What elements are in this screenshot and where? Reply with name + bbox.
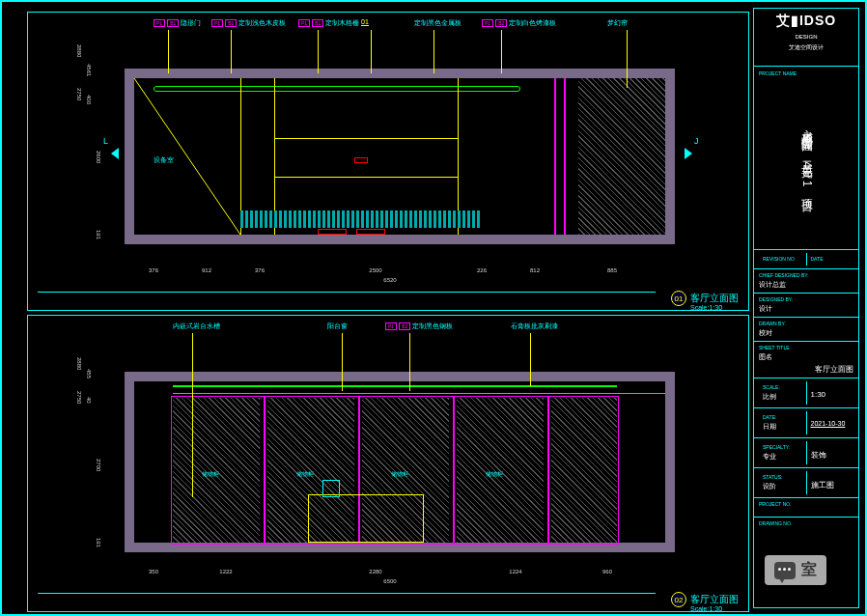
door-diag (134, 78, 240, 235)
callout-2-line (38, 593, 656, 594)
wall2-top (125, 372, 675, 381)
counter (308, 494, 424, 543)
header-line (173, 385, 617, 387)
faucet (322, 480, 340, 497)
panel-edge2 (564, 78, 566, 235)
ld1 (168, 30, 169, 73)
mullion1 (264, 396, 266, 545)
projno-row: PROJECT NO. (754, 498, 858, 518)
e2-lbl3: P1B2定制黑色钢板 (385, 322, 453, 331)
wall-right (665, 69, 675, 242)
outlet1 (318, 229, 347, 235)
yh2 (274, 177, 458, 178)
callout-1-line (38, 292, 656, 293)
elevation-2: 储物柜 储物柜 储物柜 储物柜 内嵌式岩台水槽 阳台窗 P1B2定制黑色钢板 石… (27, 315, 749, 612)
callout-2-scale: Scale:1:30 (690, 605, 722, 612)
titleblock: 艾▮IDSO DESIGN 艾迪空间设计 PROJECT NAME 永威梅隆园9… (753, 8, 859, 608)
callout-1-scale: Scale:1:30 (690, 304, 722, 311)
e2-ld4 (530, 333, 531, 386)
dims-left: 2880 4561 2750 400 2600 191 (76, 42, 115, 264)
e2-lbl1: 内嵌式岩台水槽 (173, 322, 220, 331)
cab3: 储物柜 (391, 470, 408, 479)
elevation-1: 设备室 P1B1隐形门 P1B1定制浅色木皮板 P1B1定制木格栅 01 定制黑… (27, 12, 749, 311)
drawing-main: 设备室 P1B1隐形门 P1B1定制浅色木皮板 P1B1定制木格栅 01 定制黑… (8, 8, 751, 608)
e2-ld1 (192, 333, 193, 497)
cab1: 储物柜 (202, 470, 219, 479)
wall2-right (665, 372, 675, 550)
date-row: DATE:日期 2021-10-30 (754, 408, 858, 438)
wall-top (125, 69, 675, 78)
mark-L: L (103, 136, 108, 146)
logo-text: 艾▮IDSO (758, 13, 854, 30)
company: 艾迪空间设计 (758, 43, 854, 52)
chat-icon (774, 562, 796, 579)
panel-edge (554, 78, 556, 235)
cab2: 储物柜 (296, 470, 314, 479)
wall2-left (125, 372, 134, 550)
curtain-hatch (578, 78, 665, 235)
wall-bottom (125, 235, 675, 244)
header-line2 (173, 393, 665, 394)
lbl4: 定制黑色金属板 (414, 18, 461, 28)
callout-1-title: 客厅立面图 (690, 292, 739, 305)
mullion3 (453, 396, 455, 545)
callout-1: 01 客厅立面图 Scale:1:30 (671, 291, 739, 306)
scale-row: SCALE:比例 1:30 (754, 378, 858, 408)
cad-canvas: 设备室 P1B1隐形门 P1B1定制浅色木皮板 P1B1定制木格栅 01 定制黑… (0, 0, 867, 616)
drawn-row: DRAWN BY: 校对 (754, 318, 858, 342)
watermark-text: 室 (801, 560, 817, 580)
cab4: 储物柜 (486, 470, 503, 479)
wechat-watermark: 室 (765, 555, 826, 585)
revision-row: REVISION NO DATE (754, 250, 858, 269)
ld4 (434, 30, 434, 73)
wall-left (125, 69, 134, 242)
ld6 (627, 30, 628, 88)
dims2-left: 2880 455 2750 40 2700 191 (76, 354, 115, 567)
mullion4 (547, 396, 549, 545)
room-label: 设备室 (154, 155, 174, 165)
ld2 (231, 30, 232, 73)
outlet2 (356, 229, 385, 235)
callout-2-title: 客厅立面图 (690, 593, 739, 606)
e2-ld2 (342, 333, 343, 391)
e2-lbl4: 石膏板批灰刷漆 (511, 322, 558, 331)
lbl2: P1B1定制浅色木皮板 (211, 18, 286, 28)
elev2-drawing: 储物柜 储物柜 储物柜 储物柜 (125, 354, 675, 567)
callout-2-num: 02 (671, 592, 686, 607)
callout-1-num: 01 (671, 291, 686, 306)
callout-2: 02 客厅立面图 Scale:1:30 (671, 592, 739, 607)
ld5 (501, 30, 502, 73)
mark-J: J (694, 136, 699, 146)
svg-line-0 (134, 78, 240, 235)
designed-row: DESIGNED BY: 设计 (754, 294, 858, 318)
e2-lbl2: 阳台窗 (327, 322, 348, 331)
lbl5: P1B2定制白色烤漆板 (482, 18, 556, 28)
ld3 (318, 30, 319, 73)
specialty-row: SPECIALTY:专业 装饰 (754, 438, 858, 468)
curtain-rail (154, 86, 520, 92)
tb-logo-section: 艾▮IDSO DESIGN 艾迪空间设计 (754, 9, 858, 67)
baseboard-grille (240, 210, 482, 228)
dims-bottom: 376 912 376 2500 226 812 885 6520 (125, 267, 675, 287)
e2-ld3 (409, 333, 410, 391)
pn-label: PROJECT NAME (759, 70, 797, 76)
chief-row: CHIEF DESIGNED BY: 设计总监 (754, 269, 858, 294)
design-label: DESIGN (758, 34, 854, 40)
outlet3 (354, 157, 368, 163)
lbl3: P1B1定制木格栅 (298, 18, 359, 28)
yh1 (274, 138, 458, 139)
elev1-drawing: 设备室 (125, 42, 675, 264)
lbl1: P1B1隐形门 (154, 18, 201, 28)
project-name: 永威梅隆园9#二单元401项目 (798, 120, 815, 195)
status-row: STATUS:设阶 施工图 (754, 468, 858, 498)
project-title-section: PROJECT NAME 永威梅隆园9#二单元401项目 (754, 67, 858, 250)
dims2-bottom: 350 1222 2280 1224 960 6500 (125, 569, 675, 588)
ld3b (371, 30, 372, 73)
arrow-R1 (685, 148, 692, 159)
ref-lbl: 01 (361, 18, 369, 26)
drawno-row: DRAWING NO. (754, 518, 858, 537)
sheet-title-row: SHEET TITLE 图名 客厅立面图 (754, 342, 858, 378)
lbl6: 梦幻帘 (607, 18, 628, 28)
arrow-L1 (111, 148, 119, 159)
